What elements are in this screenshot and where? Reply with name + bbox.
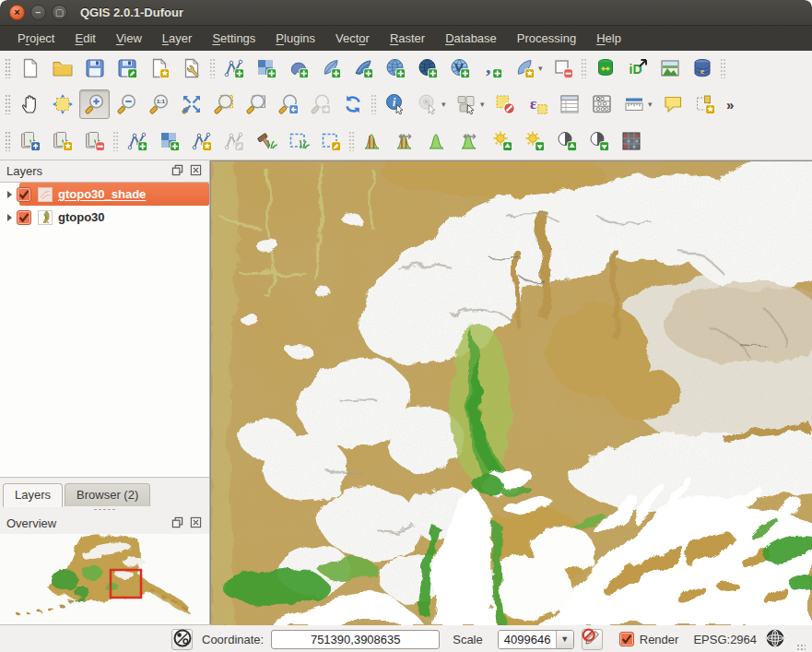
layer-visibility-checkbox[interactable] xyxy=(17,187,31,202)
overview-panel-float-button[interactable] xyxy=(170,516,184,530)
menu-plugins[interactable]: Plugins xyxy=(265,28,325,49)
grass-region-button[interactable] xyxy=(283,126,313,156)
layer-expander-icon[interactable] xyxy=(7,191,12,198)
deselect-all-button[interactable] xyxy=(489,89,520,119)
stop-render-button[interactable] xyxy=(582,629,603,650)
grass-tools-button[interactable] xyxy=(251,126,281,156)
add-vector-layer-button[interactable] xyxy=(218,53,249,83)
menu-edit[interactable]: Edit xyxy=(65,28,105,49)
menu-help[interactable]: Help xyxy=(586,28,631,49)
raster-stretch-local-cumulative-button[interactable] xyxy=(390,126,420,156)
overview-panel-close-button[interactable] xyxy=(188,516,203,530)
layer-visibility-checkbox[interactable] xyxy=(17,210,31,225)
georeferencer-button[interactable] xyxy=(616,126,646,156)
save-project-as-button[interactable] xyxy=(112,53,142,83)
raster-stretch-full-button[interactable] xyxy=(422,126,453,156)
window-close-button[interactable]: × xyxy=(9,5,25,20)
new-print-composer-button[interactable] xyxy=(144,53,174,83)
menu-layer[interactable]: Layer xyxy=(152,28,203,49)
zoom-to-selection-button[interactable] xyxy=(208,89,239,119)
add-raster-layer-button[interactable] xyxy=(251,53,281,83)
tab-browser-2[interactable]: Browser (2) xyxy=(65,483,150,506)
zoom-full-button[interactable] xyxy=(176,89,206,119)
extents-toggle-button[interactable] xyxy=(171,629,193,650)
select-by-expression-button[interactable]: ε xyxy=(522,89,552,119)
new-shapefile-layer-dropdown-caret[interactable]: ▾ xyxy=(538,64,547,73)
add-wcs-layer-button[interactable] xyxy=(412,53,442,83)
select-features-dropdown-caret[interactable]: ▾ xyxy=(480,100,488,109)
crs-status-button[interactable] xyxy=(764,629,785,650)
menu-raster[interactable]: Raster xyxy=(380,28,435,49)
add-spatialite-layer-button[interactable] xyxy=(315,53,346,83)
add-wfs-layer-button[interactable] xyxy=(444,53,475,83)
window-maximize-button[interactable]: ▢ xyxy=(52,5,67,20)
evis-event-browser-button[interactable] xyxy=(654,53,685,83)
new-project-button[interactable] xyxy=(15,53,45,83)
add-delimited-text-layer-button[interactable]: , xyxy=(477,53,507,83)
layers-panel-close-button[interactable] xyxy=(188,164,203,178)
tab-layers[interactable]: Layers xyxy=(3,483,63,507)
save-project-button[interactable] xyxy=(79,53,110,83)
measure-dropdown-caret[interactable]: ▾ xyxy=(648,100,656,109)
contrast-increase-button[interactable] xyxy=(551,126,582,156)
open-project-button[interactable] xyxy=(47,53,77,83)
menu-processing[interactable]: Processing xyxy=(507,28,586,49)
zoom-last-button[interactable] xyxy=(273,89,303,119)
map-canvas[interactable] xyxy=(210,160,812,624)
menu-project[interactable]: Project xyxy=(7,28,65,49)
toolbar-drag-handle[interactable] xyxy=(5,131,11,151)
dock-splitter[interactable] xyxy=(0,506,209,513)
raster-stretch-full-cumulative-button[interactable] xyxy=(454,126,485,156)
menu-vector[interactable]: Vector xyxy=(325,28,380,49)
refresh-button[interactable] xyxy=(337,89,368,119)
render-checkbox[interactable] xyxy=(619,632,634,646)
identify-button[interactable]: i xyxy=(380,89,410,119)
grass-new-vector-layer-button[interactable] xyxy=(186,126,217,156)
grass-edit-region-button[interactable] xyxy=(315,126,346,156)
attribute-table-button[interactable] xyxy=(554,89,584,119)
add-mssql-layer-button[interactable] xyxy=(347,53,378,83)
toolbar-drag-handle[interactable] xyxy=(5,94,11,114)
grass-add-vector-layer-button[interactable] xyxy=(122,126,152,156)
zoom-out-button[interactable] xyxy=(112,89,142,119)
evis-database-connection-button[interactable] xyxy=(590,53,620,83)
menu-settings[interactable]: Settings xyxy=(202,28,265,49)
remove-layer-button[interactable] xyxy=(547,53,578,83)
composer-manager-button[interactable] xyxy=(176,53,206,83)
pan-to-selection-button[interactable] xyxy=(47,89,77,119)
select-features-button[interactable] xyxy=(451,89,481,119)
grass-new-mapset-button[interactable] xyxy=(47,126,77,156)
window-minimize-button[interactable]: − xyxy=(30,5,46,20)
new-shapefile-layer-button[interactable] xyxy=(509,53,539,83)
scale-combobox[interactable]: 4099646 ▼ xyxy=(498,630,574,649)
coordinate-input[interactable] xyxy=(271,630,440,649)
menu-view[interactable]: View xyxy=(106,28,152,49)
measure-button[interactable] xyxy=(618,89,649,119)
contrast-decrease-button[interactable] xyxy=(583,126,614,156)
grass-open-mapset-button[interactable] xyxy=(15,126,45,156)
feature-action-button[interactable] xyxy=(412,89,442,119)
overview-map[interactable] xyxy=(0,534,209,624)
grass-close-mapset-button[interactable] xyxy=(79,126,110,156)
zoom-actual-size-button[interactable]: 1:1 xyxy=(144,89,174,119)
menu-database[interactable]: Database xyxy=(435,28,507,49)
add-wms-layer-button[interactable] xyxy=(380,53,410,83)
evis-database-button[interactable]: e xyxy=(687,53,717,83)
grass-add-raster-layer-button[interactable] xyxy=(154,126,184,156)
new-bookmark-button[interactable] xyxy=(689,89,720,119)
raster-stretch-local-button[interactable] xyxy=(358,126,388,156)
zoom-to-layer-button[interactable] xyxy=(241,89,271,119)
layers-tree[interactable]: gtopo30_shadegtopo30 xyxy=(0,182,209,478)
layer-expander-icon[interactable] xyxy=(7,214,12,221)
map-tips-button[interactable] xyxy=(657,89,688,119)
toolbar-overflow-button[interactable]: » xyxy=(726,97,734,113)
layer-item-gtopo30_shade[interactable]: gtopo30_shade xyxy=(0,183,209,206)
layers-panel-float-button[interactable] xyxy=(170,164,184,178)
field-calculator-button[interactable] xyxy=(586,89,617,119)
grass-edit-vector-layer-button[interactable] xyxy=(218,126,249,156)
feature-action-dropdown-caret[interactable]: ▾ xyxy=(441,100,450,109)
layer-item-gtopo30[interactable]: gtopo30 xyxy=(0,206,209,229)
add-postgis-layer-button[interactable] xyxy=(283,53,313,83)
toolbar-drag-handle[interactable] xyxy=(5,58,11,78)
zoom-next-button[interactable] xyxy=(305,89,335,119)
